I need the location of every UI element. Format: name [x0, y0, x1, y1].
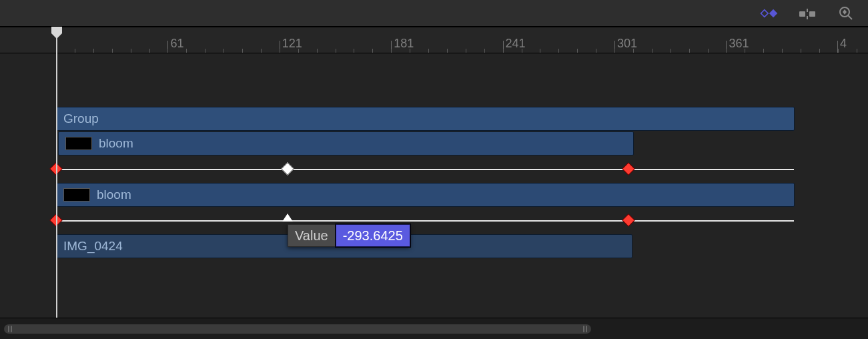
keyframe-diamond-icon[interactable] — [281, 162, 294, 176]
snap-icon — [797, 7, 817, 19]
svg-rect-3 — [807, 16, 808, 19]
clip-bar[interactable]: bloom — [56, 183, 795, 207]
ruler-label: 181 — [394, 37, 414, 51]
ruler-label: 361 — [729, 37, 749, 51]
keyframe-value-popup: Value-293.6425 — [288, 224, 410, 247]
scrollbar-thumb[interactable] — [4, 324, 591, 334]
timeline-search-button[interactable] — [836, 3, 856, 23]
svg-rect-0 — [799, 11, 805, 17]
playhead[interactable] — [56, 27, 57, 318]
svg-line-5 — [848, 15, 852, 19]
clip-thumbnail — [65, 137, 92, 150]
clip-label: bloom — [99, 136, 133, 151]
clip-label: bloom — [97, 188, 131, 202]
ruler-label: 241 — [506, 37, 526, 51]
search-icon — [839, 6, 853, 21]
keyframe-red-icon[interactable] — [622, 162, 635, 176]
keyframe-diamond-icon — [759, 7, 779, 19]
ruler-label: 61 — [170, 37, 183, 51]
timeline-scrollbar-area — [0, 318, 868, 339]
group-label: Group — [63, 111, 99, 126]
scrollbar-track[interactable] — [4, 324, 864, 334]
tracks-area: GroupbloombloomIMG_0424Value-293.6425 — [0, 53, 868, 318]
keyframe-caret-up-icon[interactable] — [282, 214, 293, 222]
value-label: Value — [288, 224, 336, 247]
keyframe-line[interactable] — [56, 169, 794, 170]
snap-button[interactable] — [797, 3, 817, 23]
clip-thumbnail — [63, 188, 90, 202]
ruler-label: 301 — [617, 37, 637, 51]
timeline-ruler[interactable]: 611211812413013614 — [0, 27, 868, 53]
value-input[interactable]: -293.6425 — [336, 224, 410, 247]
group-bar[interactable]: Group — [56, 107, 795, 131]
keyframe-toggle-button[interactable] — [759, 3, 779, 23]
timeline-toolbar — [0, 0, 868, 27]
clip-bar[interactable]: bloom — [58, 131, 634, 155]
svg-rect-2 — [807, 9, 808, 12]
keyframe-red-icon[interactable] — [622, 214, 635, 227]
ruler-label: 4 — [840, 37, 847, 51]
svg-rect-1 — [809, 11, 815, 17]
keyframe-line[interactable] — [56, 220, 794, 222]
ruler-label: 121 — [282, 37, 302, 51]
clip-label: IMG_0424 — [63, 239, 123, 254]
